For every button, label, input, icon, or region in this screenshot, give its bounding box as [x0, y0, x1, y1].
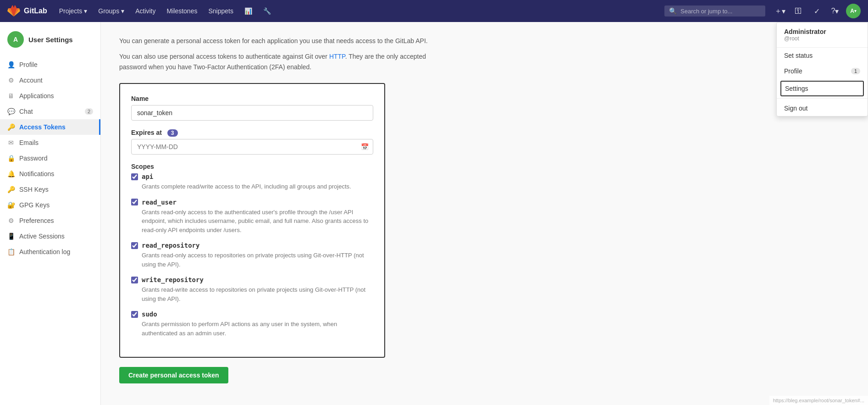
scope-api-desc: Grants complete read/write access to the… — [142, 182, 373, 191]
nav-wrench-icon[interactable]: 🔧 — [259, 5, 276, 17]
scope-read-repository-checkbox[interactable] — [131, 242, 138, 249]
sidebar-label-access-tokens: Access Tokens — [19, 123, 66, 131]
dropdown-profile[interactable]: Profile 1 — [777, 63, 868, 79]
search-box[interactable]: 🔍 — [664, 6, 765, 17]
url-hint: https://bleg.example/root/sonar_token#..… — [769, 396, 868, 405]
scope-read-user-name: read_user — [142, 199, 177, 206]
http-link[interactable]: HTTP — [329, 53, 345, 60]
date-input-wrap: 📅 — [131, 139, 373, 155]
scope-read-repository-name: read_repository — [142, 242, 199, 249]
sidebar-label-chat: Chat — [19, 108, 33, 115]
dropdown-settings[interactable]: Settings — [780, 81, 864, 96]
user-avatar-btn[interactable]: A ▾ — [846, 4, 861, 18]
search-input[interactable] — [680, 8, 761, 15]
avatar-arrow-icon: ▾ — [854, 9, 857, 13]
intro-paragraph-2: You can also use personal access tokens … — [119, 51, 449, 72]
sidebar-label-notifications: Notifications — [19, 170, 54, 178]
nav-chart-icon[interactable]: 📊 — [240, 5, 257, 17]
scopes-section: Scopes api Grants complete read/write ac… — [131, 163, 373, 338]
expires-badge: 3 — [167, 129, 178, 137]
todo-icon: ✓ — [814, 7, 820, 16]
auth-log-icon: 📋 — [7, 248, 15, 255]
sidebar-item-auth-log[interactable]: 📋 Authentication log — [0, 244, 100, 260]
expires-label: Expires at 3 — [131, 129, 373, 136]
chat-badge: 2 — [85, 108, 93, 115]
sidebar-label-auth-log: Authentication log — [19, 248, 70, 255]
sidebar-item-ssh-keys[interactable]: 🔑 SSH Keys — [0, 182, 100, 197]
name-input[interactable] — [131, 105, 373, 121]
notifications-icon: 🔔 — [7, 170, 15, 178]
dropdown-user-name: Administrator — [784, 28, 860, 35]
ssh-keys-icon: 🔑 — [7, 186, 15, 193]
avatar-initials: A — [850, 8, 854, 14]
sidebar-item-active-sessions[interactable]: 📱 Active Sessions — [0, 228, 100, 244]
sidebar-item-preferences[interactable]: ⚙ Preferences — [0, 213, 100, 228]
gitlab-logo-icon — [7, 5, 20, 17]
topnav-links: Projects ▾ Groups ▾ Activity Milestones … — [55, 5, 657, 17]
sidebar-item-password[interactable]: 🔒 Password — [0, 150, 100, 166]
preferences-icon: ⚙ — [7, 217, 15, 224]
groups-label: Groups — [98, 7, 119, 15]
scope-api-header: api — [131, 173, 373, 180]
sidebar-item-account[interactable]: ⚙ Account — [0, 72, 100, 88]
sidebar-label-applications: Applications — [19, 92, 54, 100]
profile-icon: 👤 — [7, 61, 15, 68]
sidebar-label-profile: Profile — [19, 61, 38, 68]
scope-read-user-header: read_user — [131, 199, 373, 206]
name-label: Name — [131, 95, 373, 102]
nav-activity[interactable]: Activity — [131, 5, 160, 17]
create-token-button[interactable]: Create personal access token — [119, 367, 228, 383]
access-tokens-icon: 🔑 — [7, 123, 15, 131]
account-icon: ⚙ — [7, 77, 15, 84]
sidebar-item-chat[interactable]: 💬 Chat 2 — [0, 104, 100, 119]
sidebar-label-active-sessions: Active Sessions — [19, 233, 65, 240]
sidebar-title: User Settings — [28, 36, 73, 44]
active-sessions-icon: 📱 — [7, 233, 15, 240]
todo-icon-btn[interactable]: ✓ — [809, 4, 824, 18]
scope-read-repository: read_repository Grants read-only access … — [131, 242, 373, 269]
dropdown-set-status[interactable]: Set status — [777, 48, 868, 63]
sidebar-item-gpg-keys[interactable]: 🔐 GPG Keys — [0, 197, 100, 213]
sidebar-label-emails: Emails — [19, 139, 39, 146]
sidebar-item-access-tokens[interactable]: 🔑 Access Tokens — [0, 119, 100, 135]
scope-write-repository-checkbox[interactable] — [131, 277, 138, 283]
scope-api: api Grants complete read/write access to… — [131, 173, 373, 191]
scope-read-user-desc: Grants read-only access to the authentic… — [142, 208, 373, 235]
merge-request-icon-btn[interactable]: ⚿ — [791, 4, 806, 18]
intro-paragraph-1: You can generate a personal access token… — [119, 36, 449, 46]
brand-link[interactable]: GitLab — [7, 5, 47, 17]
topnav: GitLab Projects ▾ Groups ▾ Activity Mile… — [0, 0, 868, 22]
nav-projects[interactable]: Projects ▾ — [55, 5, 92, 17]
page-layout: A User Settings 👤 Profile ⚙ Account 🖥 Ap… — [0, 22, 868, 405]
nav-milestones[interactable]: Milestones — [162, 5, 202, 17]
expires-form-group: Expires at 3 📅 — [131, 129, 373, 155]
name-form-group: Name — [131, 95, 373, 121]
dropdown-sign-out[interactable]: Sign out — [777, 100, 868, 116]
sidebar-item-notifications[interactable]: 🔔 Notifications — [0, 166, 100, 182]
sidebar-header: A User Settings — [0, 31, 100, 57]
sidebar-label-gpg-keys: GPG Keys — [19, 201, 50, 209]
scope-sudo-checkbox[interactable] — [131, 311, 138, 318]
scope-read-repository-header: read_repository — [131, 242, 373, 249]
merge-icon: ⚿ — [795, 7, 802, 15]
sidebar-item-profile[interactable]: 👤 Profile — [0, 57, 100, 72]
help-icon: ? — [831, 7, 835, 15]
dropdown-divider — [777, 98, 868, 99]
user-dropdown-menu: Administrator @root Set status Profile 1… — [776, 22, 868, 117]
scope-api-checkbox[interactable] — [131, 173, 138, 180]
nav-snippets[interactable]: Snippets — [204, 5, 238, 17]
gpg-keys-icon: 🔐 — [7, 201, 15, 209]
scope-read-repository-desc: Grants read-only access to repositories … — [142, 251, 373, 269]
plus-icon-btn[interactable]: ＋ ▾ — [773, 4, 787, 18]
sidebar-item-emails[interactable]: ✉ Emails — [0, 135, 100, 150]
scope-read-user-checkbox[interactable] — [131, 199, 138, 205]
profile-badge: 1 — [851, 68, 860, 74]
nav-groups[interactable]: Groups ▾ — [94, 5, 129, 17]
search-icon: 🔍 — [669, 7, 677, 15]
sidebar-item-applications[interactable]: 🖥 Applications — [0, 88, 100, 104]
help-icon-btn[interactable]: ? ▾ — [828, 4, 842, 18]
scope-sudo-header: sudo — [131, 311, 373, 318]
groups-arrow-icon: ▾ — [121, 7, 124, 15]
expires-input[interactable] — [131, 139, 373, 155]
plus-icon: ＋ — [774, 6, 782, 16]
